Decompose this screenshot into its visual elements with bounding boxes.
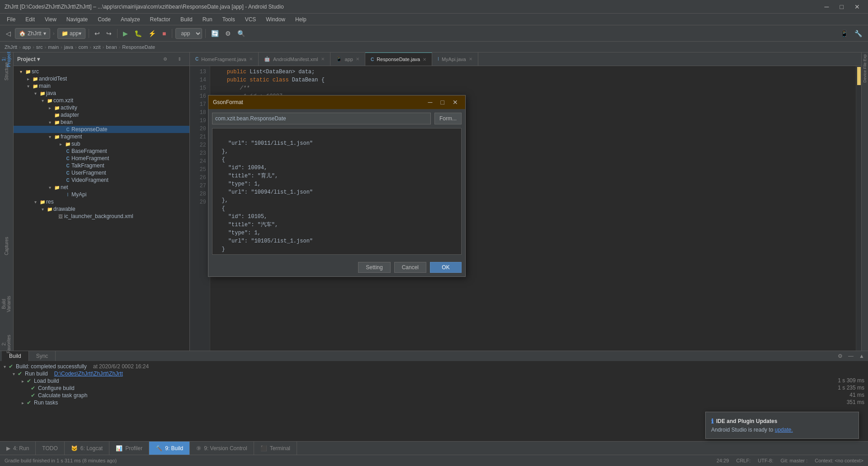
redo-button[interactable]: ↪ bbox=[104, 29, 114, 38]
tree-comxzit[interactable]: ▾ 📁 com.xzit bbox=[14, 97, 189, 104]
tree-sub[interactable]: ▸ 📁 sub bbox=[14, 140, 189, 147]
tree-iclauncher[interactable]: 🖼 ic_launcher_background.xml bbox=[14, 213, 189, 220]
tab-sync[interactable]: Sync bbox=[29, 351, 56, 361]
tree-userfragment[interactable]: C UserFragment bbox=[14, 169, 189, 176]
captures-btn[interactable]: Captures bbox=[0, 240, 13, 252]
breadcrumb-java[interactable]: java bbox=[64, 44, 73, 50]
favorites-btn[interactable]: 2: Favorites bbox=[0, 338, 13, 350]
build-collapse-btn[interactable]: ▾ bbox=[4, 364, 6, 369]
menu-tools[interactable]: Tools bbox=[218, 15, 240, 24]
update-link[interactable]: update. bbox=[775, 427, 793, 433]
breadcrumb-responsedate[interactable]: ResponseDate bbox=[122, 44, 155, 50]
build-path-link[interactable]: D:\Codes\ZhJrtt\ZhJrtt\ZhJrtt bbox=[54, 371, 123, 377]
menu-help[interactable]: Help bbox=[291, 15, 311, 24]
tree-net[interactable]: ▾ 📁 net bbox=[14, 184, 189, 191]
tree-activity[interactable]: ▸ 📁 activity bbox=[14, 104, 189, 111]
menu-run[interactable]: Run bbox=[198, 15, 217, 24]
run-tasks-collapse-btn[interactable]: ▸ bbox=[22, 400, 24, 405]
json-code-area[interactable]: "url": "10011/list_1.json" }, { "id": 10… bbox=[212, 128, 462, 255]
debug-button[interactable]: 🐛 bbox=[132, 29, 144, 38]
close-button[interactable]: ✕ bbox=[851, 2, 863, 11]
tab-profiler[interactable]: 📊 Profiler bbox=[109, 442, 149, 455]
tree-drawable[interactable]: ▾ 📁 drawable bbox=[14, 205, 189, 213]
tree-src[interactable]: ▾ 📁 src bbox=[14, 68, 189, 75]
menu-vcs[interactable]: VCS bbox=[241, 15, 261, 24]
tab-close-icon[interactable]: ✕ bbox=[469, 57, 472, 62]
tree-fragment[interactable]: ▾ 📁 fragment bbox=[14, 133, 189, 140]
settings-button[interactable]: ⚙ bbox=[223, 29, 233, 38]
menu-view[interactable]: View bbox=[40, 15, 61, 24]
modal-close-btn[interactable]: ✕ bbox=[450, 98, 461, 107]
breadcrumb-com[interactable]: com bbox=[79, 44, 88, 50]
minimize-button[interactable]: ─ bbox=[821, 2, 833, 11]
breadcrumb-bean[interactable]: bean bbox=[106, 44, 117, 50]
structure-tool-btn[interactable]: Structure bbox=[0, 66, 13, 77]
sync-button[interactable]: 🔄 bbox=[209, 29, 221, 38]
breadcrumb-home[interactable]: ZhJrtt bbox=[5, 44, 17, 50]
breadcrumb-xzit[interactable]: xzit bbox=[93, 44, 101, 50]
setting-button[interactable]: Setting bbox=[358, 262, 390, 273]
tree-talkfragment[interactable]: C TalkFragment bbox=[14, 162, 189, 169]
tree-main[interactable]: ▾ 📁 main bbox=[14, 82, 189, 90]
menu-file[interactable]: File bbox=[2, 15, 20, 24]
tab-responsedate[interactable]: C ResponseDate.java ✕ bbox=[365, 52, 432, 66]
tree-adapter[interactable]: 📁 adapter bbox=[14, 111, 189, 119]
breadcrumb-main[interactable]: main bbox=[48, 44, 59, 50]
menu-code[interactable]: Code bbox=[93, 15, 115, 24]
avd-manager[interactable]: 🔧 bbox=[852, 29, 864, 38]
modal-maximize-btn[interactable]: □ bbox=[438, 98, 447, 107]
menu-refactor[interactable]: Refactor bbox=[146, 15, 175, 24]
tree-basefragment[interactable]: C BaseFragment bbox=[14, 147, 189, 155]
modal-minimize-btn[interactable]: ─ bbox=[425, 98, 435, 107]
profile-button[interactable]: ⚡ bbox=[146, 29, 158, 38]
tab-androidmanifest[interactable]: 🤖 AndroidManifest.xml ✕ bbox=[259, 52, 330, 66]
breadcrumb-src[interactable]: src bbox=[36, 44, 43, 50]
build-variants-btn[interactable]: Build Variants bbox=[0, 298, 13, 310]
run-build-collapse-btn[interactable]: ▾ bbox=[13, 371, 15, 376]
breadcrumb-app[interactable]: app bbox=[23, 44, 31, 50]
menu-analyze[interactable]: Analyze bbox=[116, 15, 145, 24]
maximize-button[interactable]: □ bbox=[836, 2, 847, 11]
device-manager[interactable]: 📱 bbox=[838, 29, 850, 38]
run-button[interactable]: ▶ bbox=[121, 29, 130, 38]
menu-build[interactable]: Build bbox=[176, 15, 197, 24]
menu-window[interactable]: Window bbox=[261, 15, 290, 24]
menu-navigate[interactable]: Navigate bbox=[62, 15, 92, 24]
project-dropdown[interactable]: 🏠 ZhJrtt ▾ bbox=[15, 28, 50, 39]
ok-button[interactable]: OK bbox=[430, 262, 462, 273]
tree-responsedate[interactable]: C ResponseDate bbox=[14, 126, 189, 133]
class-path-input[interactable] bbox=[212, 113, 431, 124]
tree-res[interactable]: ▾ 📁 res bbox=[14, 198, 189, 205]
tab-myapi[interactable]: I MyApi.java ✕ bbox=[432, 52, 478, 66]
menu-edit[interactable]: Edit bbox=[21, 15, 39, 24]
tree-homefragment[interactable]: C HomeFragment bbox=[14, 155, 189, 162]
tab-close-icon[interactable]: ✕ bbox=[356, 57, 359, 62]
run-config-dropdown[interactable]: app bbox=[175, 28, 202, 39]
tab-terminal[interactable]: ⬛ Terminal bbox=[254, 442, 297, 455]
sidebar-settings[interactable]: ⚙ bbox=[159, 53, 171, 65]
stop-button[interactable]: ■ bbox=[160, 29, 168, 38]
tab-logcat[interactable]: 🐱 6: Logcat bbox=[65, 442, 109, 455]
undo-button[interactable]: ↩ bbox=[92, 29, 102, 38]
tab-run[interactable]: ▶ 4: Run bbox=[0, 442, 36, 455]
tree-bean[interactable]: ▾ 📁 bean bbox=[14, 119, 189, 126]
sidebar-expand[interactable]: ⇕ bbox=[173, 53, 186, 65]
bp-expand-btn[interactable]: ▲ bbox=[857, 352, 866, 360]
back-button[interactable]: ◁ bbox=[4, 29, 13, 38]
tab-build-bottom[interactable]: 🔨 9: Build bbox=[149, 442, 190, 455]
search-button[interactable]: 🔍 bbox=[235, 29, 247, 38]
app-dropdown[interactable]: 📁 app ▾ bbox=[57, 28, 85, 39]
tree-androidtest[interactable]: ▸ 📁 androidTest bbox=[14, 75, 189, 82]
tab-todo[interactable]: TODO bbox=[36, 442, 64, 455]
tab-close-icon[interactable]: ✕ bbox=[321, 57, 325, 62]
cancel-button[interactable]: Cancel bbox=[394, 262, 426, 273]
form-button[interactable]: Form... bbox=[434, 113, 462, 124]
tree-myapi[interactable]: I MyApi bbox=[14, 191, 189, 198]
load-collapse-btn[interactable]: ▸ bbox=[22, 379, 24, 384]
tab-homefragment[interactable]: C HomeFragment.java ✕ bbox=[190, 52, 259, 66]
device-file-explorer-btn[interactable]: Device File Exp bbox=[863, 52, 867, 85]
tab-version-control[interactable]: ⑨ 9: Version Control bbox=[190, 442, 254, 455]
tree-videofragment[interactable]: C VideoFragment bbox=[14, 176, 189, 184]
bp-settings-btn[interactable]: ⚙ bbox=[836, 352, 844, 360]
bp-close-btn[interactable]: — bbox=[846, 352, 855, 360]
